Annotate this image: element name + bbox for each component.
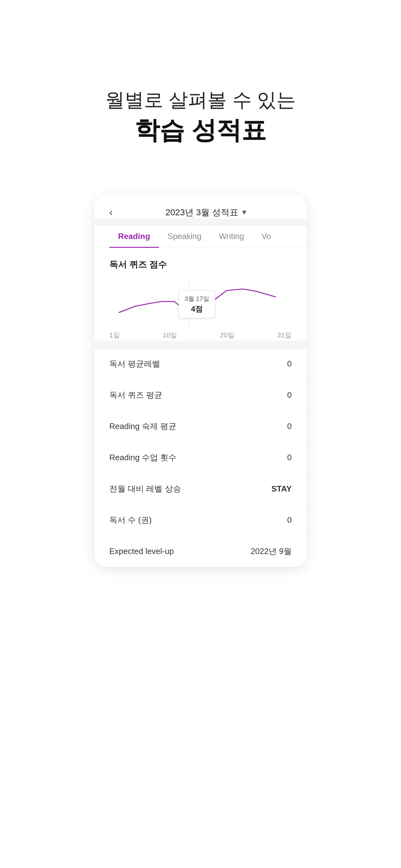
quiz-score-chart: 3월 17일 4점 1일 10일 20일 (109, 278, 292, 341)
tab-speaking[interactable]: Speaking (159, 226, 210, 248)
stats-list: 독서 평균레벨 0 독서 퀴즈 평균 0 Reading 숙제 평균 0 Rea… (94, 348, 307, 567)
chart-x-labels: 1일 10일 20일 31일 (109, 331, 292, 340)
tab-vocabulary[interactable]: Vo (253, 226, 277, 247)
tab-bar: Reading Speaking Writing Vo (94, 226, 307, 247)
stat-label-reading-class: Reading 수업 횟수 (109, 452, 176, 463)
stat-label-book-count: 독서 수 (권) (109, 515, 152, 526)
content-area: 독서 퀴즈 점수 3월 17일 4점 (94, 247, 307, 341)
dropdown-arrow-icon[interactable]: ▼ (241, 208, 248, 217)
chart-section-title: 독서 퀴즈 점수 (109, 259, 292, 271)
stat-label-reading-hw: Reading 숙제 평균 (109, 421, 176, 432)
stat-row-level-up: 전월 대비 레벨 상승 STAY (94, 473, 307, 505)
hero-subtitle: 월별로 살펴볼 수 있는 (105, 88, 296, 113)
stat-label-quiz-avg: 독서 퀴즈 평균 (109, 390, 162, 401)
stat-value-reading-class: 0 (287, 453, 292, 462)
stat-value-quiz-avg: 0 (287, 390, 292, 400)
stat-row-reading-level: 독서 평균레벨 0 (94, 348, 307, 380)
tab-writing[interactable]: Writing (210, 226, 253, 248)
stat-value-expected-level: 2022년 9월 (250, 546, 292, 557)
stat-label-reading-level: 독서 평균레벨 (109, 359, 160, 369)
app-card-wrapper: ‹ 2023년 3월 성적표 ▼ Reading Speaking Writin… (0, 195, 401, 567)
stat-row-book-count: 독서 수 (권) 0 (94, 505, 307, 536)
hero-section: 월별로 살펴볼 수 있는 학습 성적표 (0, 0, 401, 170)
card-header: ‹ 2023년 3월 성적표 ▼ (94, 195, 307, 218)
stat-value-reading-level: 0 (287, 359, 292, 369)
tooltip-date: 3월 17일 (185, 294, 209, 303)
stat-row-reading-hw: Reading 숙제 평균 0 (94, 411, 307, 442)
x-label-31: 31일 (277, 331, 292, 340)
back-button[interactable]: ‹ (109, 207, 113, 218)
app-card: ‹ 2023년 3월 성적표 ▼ Reading Speaking Writin… (94, 195, 307, 567)
stat-row-quiz-avg: 독서 퀴즈 평균 0 (94, 380, 307, 411)
stat-label-level-up: 전월 대비 레벨 상승 (109, 484, 181, 494)
tab-reading[interactable]: Reading (109, 226, 159, 248)
header-title: 2023년 3월 성적표 ▼ (122, 207, 292, 218)
stat-row-reading-class: Reading 수업 횟수 0 (94, 442, 307, 473)
header-title-text: 2023년 3월 성적표 (166, 207, 238, 218)
stat-value-book-count: 0 (287, 515, 292, 525)
x-label-10: 10일 (163, 331, 177, 340)
tooltip-score: 4점 (185, 303, 209, 315)
hero-title: 학습 성적표 (135, 115, 266, 145)
stat-value-level-up: STAY (271, 484, 292, 494)
x-label-20: 20일 (220, 331, 234, 340)
stat-row-expected-level: Expected level-up 2022년 9월 (94, 536, 307, 567)
stat-label-expected-level: Expected level-up (109, 547, 174, 556)
x-label-1: 1일 (109, 331, 120, 340)
stat-value-reading-hw: 0 (287, 422, 292, 431)
chart-tooltip: 3월 17일 4점 (179, 290, 215, 318)
